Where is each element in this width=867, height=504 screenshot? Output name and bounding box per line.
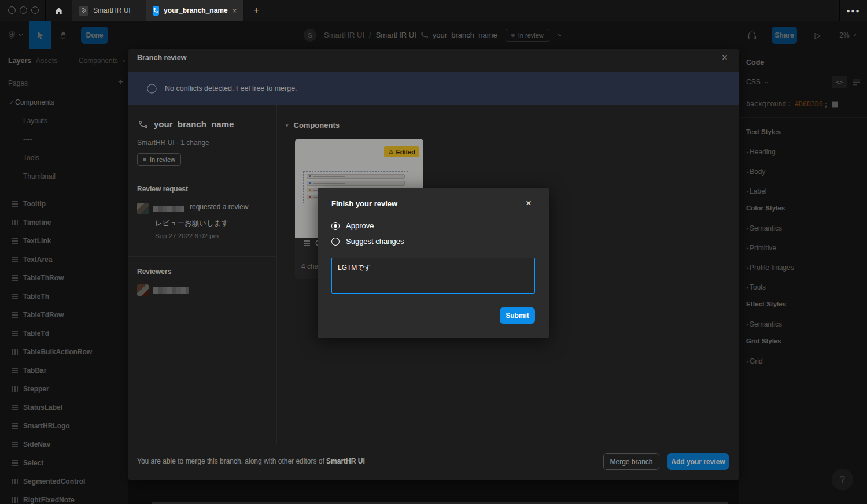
submit-label: Submit <box>506 312 529 320</box>
radio-suggest-changes[interactable]: Suggest changes <box>331 237 404 246</box>
home-button[interactable] <box>49 0 68 21</box>
radio-unselected-icon <box>331 238 340 246</box>
divider <box>45 0 46 21</box>
new-tab-button[interactable]: + <box>248 0 265 21</box>
branch-tab-icon <box>153 6 159 16</box>
window-close-button[interactable] <box>8 6 16 14</box>
radio-approve[interactable]: Approve <box>331 221 374 230</box>
window-tab-bar: SmartHR UI your_branch_name × + ●●● <box>0 0 867 21</box>
ellipsis-icon: ●●● <box>846 8 860 14</box>
radio-label: Approve <box>346 221 374 230</box>
review-comment-textarea[interactable]: LGTMです <box>331 258 535 294</box>
tab-label: SmartHR UI <box>93 6 131 14</box>
tab-branch[interactable]: your_branch_name × <box>146 0 243 21</box>
figma-file-icon <box>79 6 88 16</box>
figma-app-window: SmartHR UI your_branch_name × + ●●● D <box>0 0 867 504</box>
window-minimize-button[interactable] <box>20 6 27 14</box>
close-icon[interactable]: × <box>526 198 532 209</box>
submit-button[interactable]: Submit <box>500 307 535 324</box>
radio-label: Suggest changes <box>346 237 404 246</box>
dialog-title: Finish your review <box>331 199 397 208</box>
home-icon <box>54 6 63 15</box>
tab-label: your_branch_name <box>164 6 228 14</box>
finish-review-dialog: Finish your review × Approve Suggest cha… <box>318 188 549 338</box>
close-tab-icon[interactable]: × <box>233 6 237 15</box>
window-zoom-button[interactable] <box>31 6 39 14</box>
window-menu-button[interactable]: ●●● <box>840 0 867 21</box>
radio-selected-icon <box>331 222 340 230</box>
tab-smarthr-ui[interactable]: SmartHR UI <box>72 0 146 21</box>
